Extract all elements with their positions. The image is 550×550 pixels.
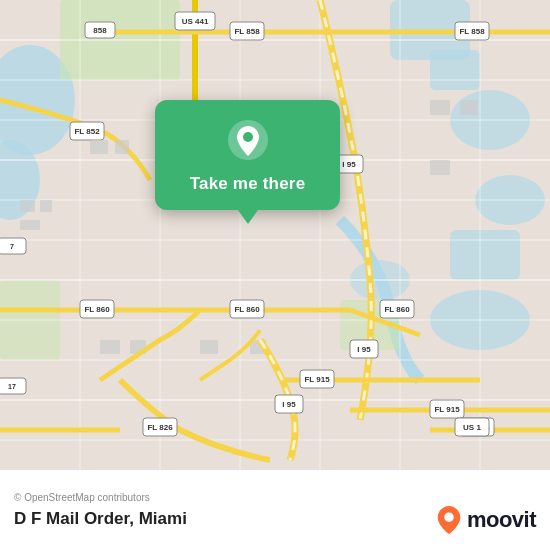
svg-rect-74 [40, 200, 52, 212]
svg-rect-76 [90, 140, 108, 154]
svg-rect-77 [115, 140, 129, 154]
svg-text:FL 858: FL 858 [234, 27, 260, 36]
bottom-info-bar: © OpenStreetMap contributors D F Mail Or… [0, 470, 550, 550]
svg-point-91 [444, 512, 453, 521]
svg-text:US 441: US 441 [182, 17, 209, 26]
svg-text:FL 915: FL 915 [304, 375, 330, 384]
svg-text:FL 858: FL 858 [459, 27, 485, 36]
svg-text:FL 915: FL 915 [434, 405, 460, 414]
svg-text:858: 858 [93, 26, 107, 35]
svg-rect-7 [450, 230, 520, 280]
svg-rect-80 [430, 100, 450, 115]
moovit-brand-text: moovit [467, 507, 536, 533]
svg-rect-75 [20, 220, 40, 230]
moovit-logo: moovit [435, 504, 536, 536]
map-attribution: © OpenStreetMap contributors [14, 492, 536, 503]
svg-text:17: 17 [8, 383, 16, 390]
svg-rect-85 [200, 340, 218, 354]
svg-rect-73 [20, 200, 35, 212]
svg-text:FL 852: FL 852 [74, 127, 100, 136]
svg-point-90 [243, 132, 253, 142]
take-me-there-button[interactable]: Take me there [190, 174, 306, 194]
location-pin-icon [226, 118, 270, 162]
svg-rect-81 [460, 100, 478, 115]
svg-text:I 95: I 95 [342, 160, 356, 169]
svg-text:FL 860: FL 860 [84, 305, 110, 314]
moovit-pin-icon [435, 504, 463, 536]
svg-rect-4 [430, 50, 480, 90]
svg-text:I 95: I 95 [357, 345, 371, 354]
svg-rect-83 [100, 340, 120, 354]
svg-text:FL 826: FL 826 [147, 423, 173, 432]
svg-text:FL 860: FL 860 [384, 305, 410, 314]
navigation-popup[interactable]: Take me there [155, 100, 340, 210]
svg-text:US 1: US 1 [463, 423, 481, 432]
map-view: US 441 FL 858 FL 858 858 FL 852 I 95 I 9… [0, 0, 550, 470]
svg-text:I 95: I 95 [282, 400, 296, 409]
svg-text:FL 860: FL 860 [234, 305, 260, 314]
svg-rect-82 [430, 160, 450, 175]
svg-text:7: 7 [10, 243, 14, 250]
